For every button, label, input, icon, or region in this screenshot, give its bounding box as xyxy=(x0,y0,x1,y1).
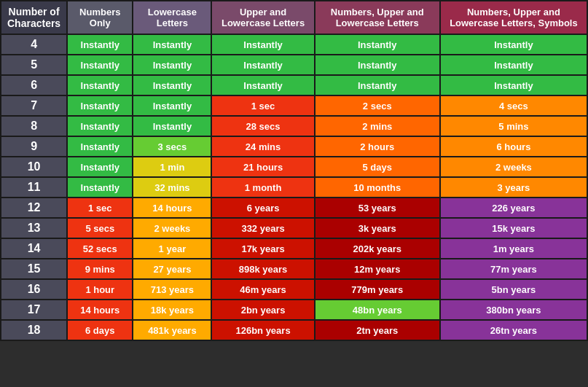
table-cell: 6 years xyxy=(211,198,314,218)
table-cell: 32 mins xyxy=(133,177,211,198)
table-row: 161 hour713 years46m years779m years5bn … xyxy=(1,279,587,300)
table-cell: Instantly xyxy=(440,75,587,95)
table-row: 1714 hours18k years2bn years48bn years38… xyxy=(1,300,587,320)
table-cell: Instantly xyxy=(133,34,211,55)
table-cell: 2 secs xyxy=(315,95,440,116)
table-cell: Instantly xyxy=(315,75,440,95)
table-cell: 28 secs xyxy=(211,116,314,136)
table-cell: Instantly xyxy=(133,95,211,116)
table-cell: Instantly xyxy=(67,157,133,177)
row-number: 14 xyxy=(1,238,67,259)
table-cell: 53 years xyxy=(315,198,440,218)
table-cell: 3 secs xyxy=(133,136,211,157)
row-number: 17 xyxy=(1,300,67,320)
row-number: 5 xyxy=(1,55,67,75)
table-cell: 226 years xyxy=(440,198,587,218)
table-cell: 77m years xyxy=(440,259,587,279)
table-cell: 1 min xyxy=(133,157,211,177)
table-row: 159 mins27 years898k years12m years77m y… xyxy=(1,259,587,279)
row-number: 9 xyxy=(1,136,67,157)
table-cell: 2 weeks xyxy=(440,157,587,177)
table-cell: 4 secs xyxy=(440,95,587,116)
table-cell: Instantly xyxy=(67,116,133,136)
table-cell: 24 mins xyxy=(211,136,314,157)
table-cell: 126bn years xyxy=(211,320,314,340)
table-cell: 1m years xyxy=(440,238,587,259)
table-row: 5InstantlyInstantlyInstantlyInstantlyIns… xyxy=(1,55,587,75)
table-cell: Instantly xyxy=(133,75,211,95)
table-cell: 10 months xyxy=(315,177,440,198)
table-cell: 481k years xyxy=(133,320,211,340)
table-cell: Instantly xyxy=(440,34,587,55)
table-cell: 5bn years xyxy=(440,279,587,300)
header-num-chars: Number of Characters xyxy=(1,1,67,34)
table-row: 11Instantly32 mins1 month10 months3 year… xyxy=(1,177,587,198)
table-cell: 3 years xyxy=(440,177,587,198)
table-cell: 332 years xyxy=(211,218,314,238)
table-cell: 1 hour xyxy=(67,279,133,300)
table-cell: 9 mins xyxy=(67,259,133,279)
table-cell: 5 mins xyxy=(440,116,587,136)
table-cell: 14 hours xyxy=(133,198,211,218)
table-row: 1452 secs1 year17k years202k years1m yea… xyxy=(1,238,587,259)
table-cell: 1 sec xyxy=(67,198,133,218)
table-cell: 27 years xyxy=(133,259,211,279)
header-num-upper-lower: Numbers, Upper and Lowercase Letters xyxy=(315,1,440,34)
row-number: 7 xyxy=(1,95,67,116)
header-upper-lower: Upper and Lowercase Letters xyxy=(211,1,314,34)
table-cell: 898k years xyxy=(211,259,314,279)
table-row: 4InstantlyInstantlyInstantlyInstantlyIns… xyxy=(1,34,587,55)
table-cell: Instantly xyxy=(211,34,314,55)
table-cell: 3k years xyxy=(315,218,440,238)
table-row: 186 days481k years126bn years2tn years26… xyxy=(1,320,587,340)
table-cell: Instantly xyxy=(211,75,314,95)
table-cell: 380bn years xyxy=(440,300,587,320)
table-cell: 5 secs xyxy=(67,218,133,238)
table-row: 7InstantlyInstantly1 sec2 secs4 secs xyxy=(1,95,587,116)
header-numbers-only: Numbers Only xyxy=(67,1,133,34)
table-cell: 779m years xyxy=(315,279,440,300)
table-cell: Instantly xyxy=(133,116,211,136)
row-number: 12 xyxy=(1,198,67,218)
table-cell: 713 years xyxy=(133,279,211,300)
table-cell: 21 hours xyxy=(211,157,314,177)
table-row: 135 secs2 weeks332 years3k years15k year… xyxy=(1,218,587,238)
table-cell: 18k years xyxy=(133,300,211,320)
row-number: 4 xyxy=(1,34,67,55)
table-row: 6InstantlyInstantlyInstantlyInstantlyIns… xyxy=(1,75,587,95)
table-cell: 6 hours xyxy=(440,136,587,157)
table-cell: Instantly xyxy=(133,55,211,75)
table-row: 10Instantly1 min21 hours5 days2 weeks xyxy=(1,157,587,177)
main-container: Number of Characters Numbers Only Lowerc… xyxy=(0,0,588,341)
table-cell: Instantly xyxy=(440,55,587,75)
header-lowercase: Lowercase Letters xyxy=(133,1,211,34)
table-cell: 2tn years xyxy=(315,320,440,340)
table-cell: 202k years xyxy=(315,238,440,259)
table-cell: Instantly xyxy=(315,34,440,55)
row-number: 10 xyxy=(1,157,67,177)
table-cell: Instantly xyxy=(67,55,133,75)
row-number: 8 xyxy=(1,116,67,136)
table-cell: 1 sec xyxy=(211,95,314,116)
table-cell: Instantly xyxy=(67,177,133,198)
row-number: 11 xyxy=(1,177,67,198)
header-num-upper-lower-sym: Numbers, Upper and Lowercase Letters, Sy… xyxy=(440,1,587,34)
table-cell: 1 month xyxy=(211,177,314,198)
row-number: 15 xyxy=(1,259,67,279)
row-number: 13 xyxy=(1,218,67,238)
table-row: 8InstantlyInstantly28 secs2 mins5 mins xyxy=(1,116,587,136)
table-cell: 17k years xyxy=(211,238,314,259)
table-row: 9Instantly3 secs24 mins2 hours6 hours xyxy=(1,136,587,157)
table-cell: 2 hours xyxy=(315,136,440,157)
table-cell: 5 days xyxy=(315,157,440,177)
table-cell: 26tn years xyxy=(440,320,587,340)
table-cell: 2 weeks xyxy=(133,218,211,238)
table-cell: 2bn years xyxy=(211,300,314,320)
table-cell: Instantly xyxy=(67,136,133,157)
row-number: 16 xyxy=(1,279,67,300)
table-cell: Instantly xyxy=(67,95,133,116)
table-cell: 14 hours xyxy=(67,300,133,320)
table-cell: 52 secs xyxy=(67,238,133,259)
table-cell: Instantly xyxy=(211,55,314,75)
table-cell: 2 mins xyxy=(315,116,440,136)
